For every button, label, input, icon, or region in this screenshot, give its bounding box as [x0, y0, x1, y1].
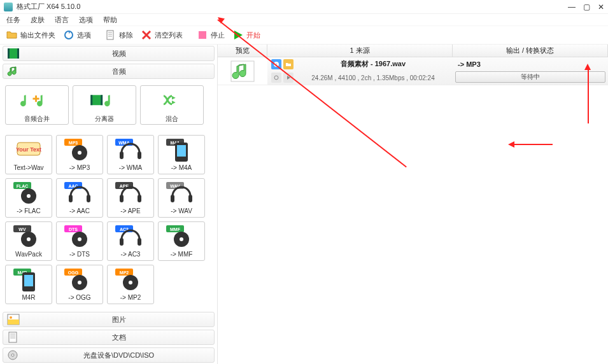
svg-point-74	[11, 354, 14, 356]
x-icon	[141, 29, 152, 41]
svg-text:MP3: MP3	[69, 141, 78, 145]
mp3-icon: MP3	[63, 137, 96, 163]
svg-text:DTS: DTS	[69, 227, 78, 232]
left-panel: 视频 音频 音频合并 分离器	[0, 45, 218, 364]
ape-icon: APE	[114, 181, 147, 206]
svg-rect-60	[24, 275, 33, 286]
format-ac3[interactable]: AC3 -> AC3	[107, 221, 154, 261]
col-output[interactable]: 输出 / 转换状态	[453, 45, 608, 57]
tool-splitter[interactable]: 分离器	[73, 85, 136, 125]
format-textwav[interactable]: Your Text Text->Wav	[5, 135, 52, 174]
wv-icon: WV	[12, 224, 45, 249]
ac3-icon: AC3	[114, 224, 147, 249]
col-preview[interactable]: 预览	[218, 45, 267, 57]
format-mp2[interactable]: MP2 -> MP2	[107, 265, 154, 304]
format-dts[interactable]: DTS -> DTS	[56, 221, 103, 261]
svg-point-64	[78, 281, 81, 284]
start-label: 开始	[246, 31, 260, 40]
section-video[interactable]: 视频	[3, 46, 215, 61]
start-button[interactable]: 开始	[230, 28, 263, 42]
format-flac[interactable]: FLAC -> FLAC	[5, 178, 52, 218]
close-button[interactable]: ✕	[598, 3, 604, 11]
tool-mix[interactable]: 混合	[140, 85, 204, 125]
section-disc[interactable]: 光盘设备\DVD\CD\ISO	[3, 347, 215, 363]
svg-rect-5	[17, 48, 19, 59]
format-m4r-label: M4R	[22, 294, 35, 301]
clear-button[interactable]: 清空列表	[138, 28, 185, 42]
split-icon	[88, 88, 121, 113]
format-ac3-label: -> AC3	[121, 251, 141, 258]
dts-icon: DTS	[63, 224, 96, 249]
format-aac[interactable]: AAC -> AAC	[56, 178, 103, 218]
svg-rect-51	[120, 238, 124, 246]
maximize-button[interactable]: ▢	[583, 3, 590, 11]
doc-icon	[7, 332, 20, 343]
svg-text:FLAC: FLAC	[17, 184, 29, 188]
col-source[interactable]: 1 来源	[267, 45, 453, 57]
menu-skin[interactable]: 皮肤	[31, 15, 45, 25]
svg-point-56	[180, 237, 183, 241]
tool-audio-merge[interactable]: 音频合并	[5, 85, 69, 125]
svg-rect-20	[138, 151, 141, 159]
svg-rect-2	[199, 31, 206, 39]
stop-button[interactable]: 停止	[194, 28, 227, 42]
picture-icon	[7, 314, 20, 325]
folder-icon	[6, 29, 18, 41]
format-m4r[interactable]: M4R M4R	[5, 265, 52, 304]
section-audio[interactable]: 音频	[3, 64, 215, 79]
format-mmf[interactable]: MMF -> MMF	[158, 221, 205, 261]
svg-text:MP2: MP2	[120, 270, 129, 275]
svg-rect-9	[90, 95, 92, 105]
menu-task[interactable]: 任务	[6, 15, 20, 25]
folder-icon-mini[interactable]	[283, 59, 293, 69]
menu-options[interactable]: 选项	[79, 15, 93, 25]
task-status-text: 等待中	[521, 73, 540, 81]
section-image-label: 图片	[24, 315, 214, 325]
section-video-label: 视频	[24, 49, 214, 59]
svg-text:MMF: MMF	[170, 227, 181, 232]
format-m4a[interactable]: M4A -> M4A	[158, 135, 205, 174]
task-output: -> MP3 等待中	[453, 57, 608, 85]
output-folder-label: 输出文件夹	[20, 31, 55, 40]
format-mmf-label: -> MMF	[171, 251, 193, 258]
refresh-icon	[63, 29, 74, 41]
format-wav-label: -> WAV	[171, 207, 192, 214]
m4a-icon: M4A	[165, 137, 198, 163]
main: 视频 音频 音频合并 分离器	[0, 45, 608, 364]
options-button[interactable]: 选项	[60, 28, 94, 42]
svg-rect-24	[177, 145, 186, 157]
task-info: 24.26M , 44100 , 2ch , 1.35Mbps , 00:02:…	[293, 74, 453, 81]
format-m4a-label: -> M4A	[171, 164, 192, 171]
task-row[interactable]: i 音频素材 - 1967.wav 24.26M , 44100 , 2ch ,…	[218, 57, 608, 85]
section-disc-label: 光盘设备\DVD\CD\ISO	[24, 351, 214, 360]
svg-text:Your Text: Your Text	[16, 146, 41, 153]
section-image[interactable]: 图片	[3, 312, 215, 327]
minimize-button[interactable]: —	[568, 3, 576, 11]
section-doc-label: 文档	[24, 333, 214, 342]
format-ape-label: -> APE	[120, 207, 140, 214]
menu-help[interactable]: 帮助	[103, 15, 117, 25]
format-ogg[interactable]: OGG -> OGG	[56, 265, 103, 304]
format-wma[interactable]: WMA -> WMA	[107, 135, 154, 174]
svg-point-68	[129, 281, 132, 284]
section-audio-label: 音频	[24, 67, 214, 76]
format-wav[interactable]: WAV -> WAV	[158, 178, 205, 218]
section-doc[interactable]: 文档	[3, 330, 215, 345]
svg-point-44	[27, 237, 31, 241]
format-mp3[interactable]: MP3 -> MP3	[56, 135, 103, 174]
merge-icon	[20, 88, 53, 113]
svg-text:OGG: OGG	[68, 270, 79, 275]
format-wv[interactable]: WV WavPack	[5, 221, 52, 261]
page-icon	[105, 29, 117, 41]
svg-rect-10	[101, 95, 103, 105]
menu-lang[interactable]: 语言	[55, 15, 69, 25]
format-ape[interactable]: APE -> APE	[107, 178, 154, 218]
svg-rect-39	[171, 195, 174, 202]
svg-text:WV: WV	[18, 227, 26, 232]
options-icon-mini[interactable]	[271, 73, 281, 83]
app-title: 格式工厂 X64 5.10.0	[17, 2, 80, 11]
format-wma-label: -> WMA	[119, 164, 142, 171]
remove-button[interactable]: 移除	[103, 28, 136, 42]
format-grid: Your Text Text->Wav MP3 -> MP3 WMA -> WM…	[0, 130, 217, 309]
output-folder-button[interactable]: 输出文件夹	[4, 28, 58, 42]
